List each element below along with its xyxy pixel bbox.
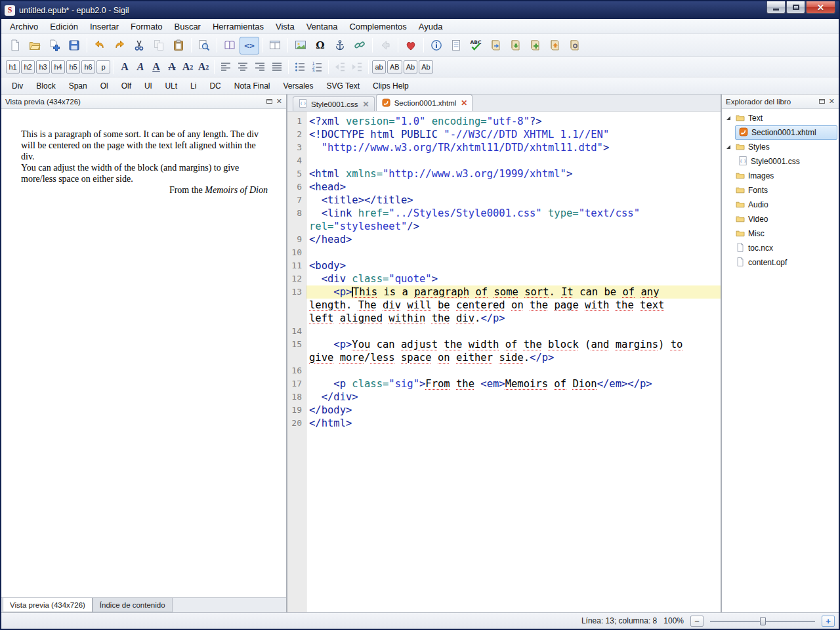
code-line[interactable]: 6<head> xyxy=(287,180,721,194)
zoom-out-button[interactable]: − xyxy=(690,616,704,627)
align-center-button[interactable] xyxy=(234,59,251,75)
code-line[interactable]: 19</body> xyxy=(287,404,721,417)
clip-ul[interactable]: Ul xyxy=(138,81,158,91)
menu-insertar[interactable]: Insertar xyxy=(84,20,125,33)
menu-formato[interactable]: Formato xyxy=(125,20,168,33)
clip-span[interactable]: Span xyxy=(62,81,94,91)
strikethrough-button[interactable]: A xyxy=(164,59,180,75)
code-line[interactable]: 16 xyxy=(287,364,721,377)
tree-item-fonts[interactable]: Fonts xyxy=(722,183,839,198)
align-left-button[interactable] xyxy=(217,59,234,75)
clip-nota-final[interactable]: Nota Final xyxy=(228,81,277,91)
clip-clips-help[interactable]: Clips Help xyxy=(366,81,415,91)
code-line[interactable]: 11<body> xyxy=(287,259,721,272)
close-tab-icon[interactable]: ✕ xyxy=(363,100,369,109)
spellcheck-button[interactable]: ABC xyxy=(466,37,486,54)
subscript-button[interactable]: A2 xyxy=(180,59,196,75)
code-line[interactable]: 4 xyxy=(287,154,721,167)
tree-item-misc[interactable]: Misc xyxy=(722,226,839,241)
align-right-button[interactable] xyxy=(251,59,268,75)
menu-complementos[interactable]: Complementos xyxy=(343,20,412,33)
heading-h6-button[interactable]: h6 xyxy=(81,60,95,74)
float-panel-icon[interactable] xyxy=(819,98,825,105)
underline-button[interactable]: A xyxy=(148,59,164,75)
zoom-slider-handle[interactable] xyxy=(760,617,766,625)
uppercase-button[interactable]: AB xyxy=(387,60,402,74)
code-line[interactable]: 1<?xml version="1.0" encoding="utf-8"?> xyxy=(287,115,721,128)
code-line[interactable]: 2<!DOCTYPE html PUBLIC "-//W3C//DTD XHTM… xyxy=(287,128,721,141)
tree-item-styles[interactable]: Styles xyxy=(722,140,839,154)
capitalize-button[interactable]: Ab xyxy=(419,60,432,74)
cut-button[interactable] xyxy=(129,37,149,54)
close-button[interactable]: ✕ xyxy=(806,1,835,14)
heading-h2-button[interactable]: h2 xyxy=(21,60,35,74)
minimize-button[interactable] xyxy=(766,1,786,14)
add-file-button[interactable] xyxy=(45,37,64,54)
code-line[interactable]: 7 <title></title> xyxy=(287,194,721,207)
clip-li[interactable]: Li xyxy=(184,81,203,91)
code-line[interactable]: 13 <p>This is a paragraph of some sort. … xyxy=(287,285,721,299)
heading-h5-button[interactable]: h5 xyxy=(66,60,80,74)
clip-ol[interactable]: Ol xyxy=(94,81,115,91)
code-line[interactable]: 15 <p>You can adjust the width of the bl… xyxy=(287,338,721,351)
insert-image-button[interactable] xyxy=(291,37,310,54)
book-view-button[interactable] xyxy=(220,37,240,54)
superscript-button[interactable]: A2 xyxy=(196,59,211,75)
undo-button[interactable] xyxy=(90,37,110,54)
code-line[interactable]: rel="stylesheet"/> xyxy=(287,220,721,233)
donate-button[interactable] xyxy=(401,37,421,54)
heading-h4-button[interactable]: h4 xyxy=(51,60,65,74)
clip-block[interactable]: Block xyxy=(30,81,62,91)
preview-content[interactable]: This is a paragraph of some sort. It can… xyxy=(1,109,286,597)
new-file-button[interactable] xyxy=(5,37,25,54)
float-panel-icon[interactable] xyxy=(266,98,272,105)
code-line[interactable]: 8 <link href="../Styles/Style0001.css" t… xyxy=(287,207,721,220)
insert-link-button[interactable] xyxy=(350,37,369,54)
tree-item-images[interactable]: Images xyxy=(722,169,839,183)
heading-h1-button[interactable]: h1 xyxy=(6,60,20,74)
spell-next-button[interactable] xyxy=(486,37,505,54)
tree-item-content-opf[interactable]: content.opf xyxy=(722,255,839,270)
zoom-slider[interactable] xyxy=(710,616,815,627)
clip-svg-text[interactable]: SVG Text xyxy=(320,81,366,91)
redo-button[interactable] xyxy=(110,37,129,54)
bullet-list-button[interactable] xyxy=(291,59,308,75)
tree-item-video[interactable]: Video xyxy=(722,212,839,226)
clip-versales[interactable]: Versales xyxy=(276,81,320,91)
close-tab-icon[interactable]: ✕ xyxy=(461,98,467,108)
code-view-area[interactable]: 1<?xml version="1.0" encoding="utf-8"?>2… xyxy=(287,112,721,612)
zoom-in-button[interactable]: + xyxy=(822,616,835,627)
menu-edicion[interactable]: Edición xyxy=(44,20,84,33)
menu-archivo[interactable]: Archivo xyxy=(4,20,44,33)
align-justify-button[interactable] xyxy=(268,59,285,75)
numbered-list-button[interactable]: 123 xyxy=(308,59,326,75)
tree-item-style0001-css[interactable]: { }Style0001.css xyxy=(722,154,839,169)
code-line[interactable]: 5<html xmlns="http://www.w3.org/1999/xht… xyxy=(287,167,721,180)
split-view-button[interactable] xyxy=(265,37,285,54)
code-line[interactable]: length. The div will be centered on the … xyxy=(287,299,721,312)
code-line[interactable]: 18 </div> xyxy=(287,390,721,404)
close-panel-icon[interactable]: ✕ xyxy=(276,98,282,105)
tab-style0001-css[interactable]: { }Style0001.css✕ xyxy=(293,96,375,111)
clip-div[interactable]: Div xyxy=(5,81,30,91)
clip-ult[interactable]: ULt xyxy=(158,81,184,91)
code-line[interactable]: 3 "http://www.w3.org/TR/xhtml11/DTD/xhtm… xyxy=(287,141,721,154)
menu-vista[interactable]: Vista xyxy=(270,20,301,33)
dictionary-add-button[interactable] xyxy=(525,37,545,54)
lowercase-button[interactable]: ab xyxy=(372,60,386,74)
titlecase-button[interactable]: Ab xyxy=(404,60,417,74)
close-panel-icon[interactable]: ✕ xyxy=(829,98,835,105)
dictionary-manage-button[interactable] xyxy=(564,37,584,54)
metadata-button[interactable] xyxy=(427,37,446,54)
tree-item-section0001-xhtml[interactable]: Section0001.xhtml xyxy=(735,125,837,140)
special-character-button[interactable]: Ω xyxy=(310,37,330,54)
paste-button[interactable] xyxy=(169,37,188,54)
spell-all-button[interactable] xyxy=(505,37,525,54)
tab-section0001-xhtml[interactable]: Section0001.xhtml✕ xyxy=(376,94,473,111)
italic-button[interactable]: A xyxy=(133,59,148,75)
open-file-button[interactable] xyxy=(25,37,45,54)
code-line[interactable]: 12 <div class="quote"> xyxy=(287,272,721,285)
code-line[interactable]: 14 xyxy=(287,325,721,338)
code-line[interactable]: 10 xyxy=(287,246,721,259)
expand-arrow-icon[interactable] xyxy=(724,116,732,120)
